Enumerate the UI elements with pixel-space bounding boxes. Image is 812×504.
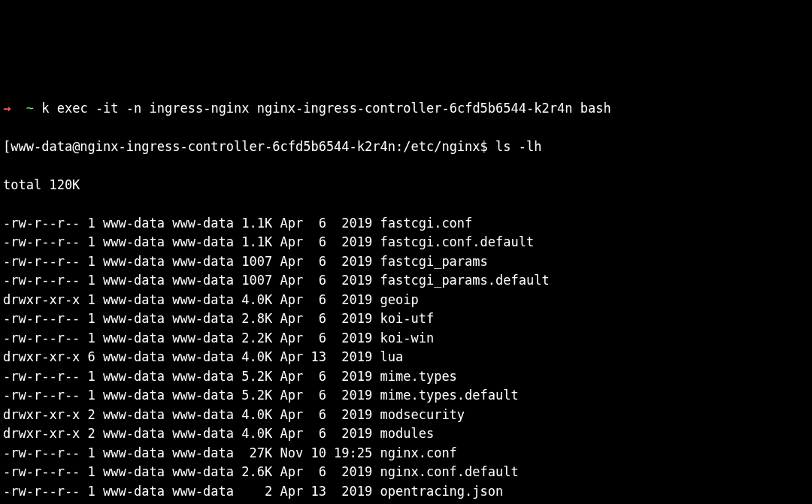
- command-1-text: k exec -it -n ingress-nginx nginx-ingres…: [41, 101, 611, 116]
- file-row: drwxr-xr-x 1 www-data www-data 4.0K Apr …: [3, 291, 809, 310]
- file-row: -rw-r--r-- 1 www-data www-data 2 Apr 13 …: [3, 482, 809, 502]
- prompt-tilde: ~: [26, 101, 34, 116]
- prompt-arrow-icon: →: [3, 101, 11, 116]
- terminal-window[interactable]: → ~ k exec -it -n ingress-nginx nginx-in…: [3, 80, 809, 504]
- file-row: drwxr-xr-x 2 www-data www-data 4.0K Apr …: [3, 406, 809, 425]
- file-row: -rw-r--r-- 1 www-data www-data 27K Nov 1…: [3, 444, 809, 463]
- command-line-1: → ~ k exec -it -n ingress-nginx nginx-in…: [3, 99, 809, 119]
- file-row: drwxr-xr-x 6 www-data www-data 4.0K Apr …: [3, 501, 809, 504]
- command-2-text: ls -lh: [495, 139, 541, 154]
- total-line: total 120K: [3, 176, 809, 195]
- file-row: -rw-r--r-- 1 www-data www-data 1007 Apr …: [3, 252, 809, 272]
- shell-prompt-2: www-data@nginx-ingress-controller-6cfd5b…: [11, 139, 488, 154]
- command-line-2: [www-data@nginx-ingress-controller-6cfd5…: [3, 137, 809, 157]
- file-row: -rw-r--r-- 1 www-data www-data 2.8K Apr …: [3, 309, 809, 329]
- file-row: -rw-r--r-- 1 www-data www-data 5.2K Apr …: [3, 367, 809, 387]
- file-listing: -rw-r--r-- 1 www-data www-data 1.1K Apr …: [3, 214, 809, 505]
- file-row: -rw-r--r-- 1 www-data www-data 1.1K Apr …: [3, 233, 809, 252]
- file-row: -rw-r--r-- 1 www-data www-data 2.6K Apr …: [3, 463, 809, 482]
- file-row: drwxr-xr-x 2 www-data www-data 4.0K Apr …: [3, 424, 809, 444]
- file-row: -rw-r--r-- 1 www-data www-data 1.1K Apr …: [3, 214, 809, 234]
- file-row: -rw-r--r-- 1 www-data www-data 1007 Apr …: [3, 271, 809, 291]
- prompt-bracket: [: [3, 139, 11, 154]
- file-row: -rw-r--r-- 1 www-data www-data 2.2K Apr …: [3, 329, 809, 349]
- file-row: -rw-r--r-- 1 www-data www-data 5.2K Apr …: [3, 386, 809, 406]
- file-row: drwxr-xr-x 6 www-data www-data 4.0K Apr …: [3, 348, 809, 367]
